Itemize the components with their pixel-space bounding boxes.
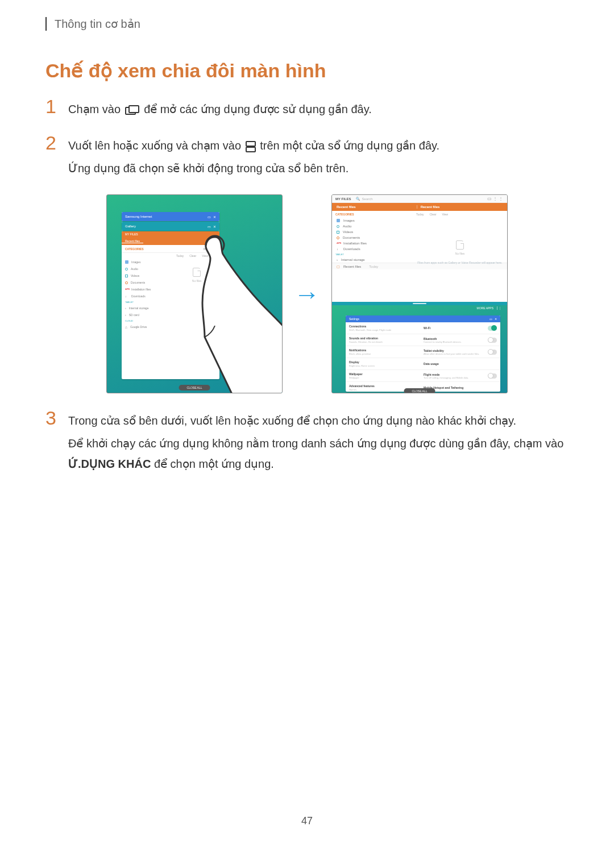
- setting-right-sub: Connect to nearby Bluetooth devices.: [424, 340, 488, 343]
- search-placeholder: Search: [362, 197, 487, 201]
- gdrive: Google Drive: [130, 325, 147, 329]
- settings-row: NotificationsBlock, allow, prioritiseTab…: [346, 346, 500, 358]
- images-icon: [125, 260, 128, 264]
- setting-right-sub: Turn off calling, messaging, and Mobile …: [424, 376, 488, 379]
- step2-before: Vuốt lên hoặc xuống và chạm vào: [68, 139, 244, 152]
- categories-label: CATEGORIES: [335, 213, 416, 216]
- step2-line2: Ứng dụng đã chọn sẽ khởi động trong cửa …: [68, 158, 569, 178]
- step1-after: để mở các ứng dụng được sử dụng gần đây.: [144, 103, 372, 115]
- cat: Documents: [343, 236, 360, 239]
- more-apps-label: MORE APPS⋮: [477, 306, 501, 310]
- right-panel: No files Files from apps such as Gallery…: [416, 221, 504, 298]
- col: View: [442, 213, 448, 216]
- categories-label: CATEGORIES: [122, 247, 172, 251]
- split-screen-icon: [246, 141, 256, 152]
- device-left: Samsung Internet▭✕ Gallery▭✕ MY FILES Re…: [106, 194, 283, 393]
- settings-card: Settings▭✕ ConnectionsWi-Fi, Bluetooth, …: [346, 315, 500, 392]
- close-all-button: CLOSE ALL: [404, 388, 435, 393]
- no-files-label: No files: [176, 279, 217, 283]
- apk-icon: APK: [337, 242, 340, 245]
- audio-icon: [125, 268, 128, 271]
- no-files-hint: Files from apps such as Gallery or Voice…: [416, 261, 504, 264]
- myfiles-title: MY FILES: [335, 197, 351, 201]
- step2-after: trên một cửa sổ ứng dụng gần đây.: [260, 139, 439, 152]
- recentfiles-head: Recent files: [172, 247, 219, 251]
- recent-app-card: Gallery▭✕: [122, 222, 219, 231]
- tab-recent-right: Recent files: [417, 205, 507, 209]
- app-title: Gallery: [125, 225, 136, 228]
- cat: Audio: [343, 225, 351, 228]
- setting-left-sub: Block, allow, prioritise: [349, 352, 417, 355]
- myfiles-topbar: MY FILES: [125, 232, 138, 236]
- step-3: 3 Trong cửa sổ bên dưới, vuốt lên hoặc x…: [45, 410, 569, 474]
- more-icon: ⋮: [492, 196, 498, 201]
- step-2: 2 Vuốt lên hoặc xuống và chạm vào trên m…: [45, 135, 569, 178]
- folder-icon: ▢: [337, 264, 340, 268]
- settings-row: WallpaperWallpaperFlight modeTurn off ca…: [346, 370, 500, 382]
- file-icon: [456, 240, 464, 250]
- setting-left-sub: Wi-Fi, Bluetooth, Data usage, Flight mod…: [349, 329, 417, 331]
- arrow-icon: ›: [125, 313, 126, 317]
- recent-apps-icon: [125, 105, 140, 115]
- settings-row: ConnectionsWi-Fi, Bluetooth, Data usage,…: [346, 322, 500, 334]
- step-number: 3: [45, 408, 68, 427]
- setting-left-title: Sounds and vibration: [349, 337, 417, 340]
- toggle: [488, 373, 497, 379]
- col: Clear: [429, 213, 436, 216]
- no-files-label: No files: [416, 252, 504, 255]
- tab-recent: Recent files: [122, 239, 143, 243]
- page-number: 47: [45, 815, 569, 827]
- split-top-pane: MY FILES 🔍 Search ▭ ⋮ ⋮ Recent files Rec…: [332, 195, 507, 302]
- recent-app-card-myfiles: MY FILES Recent files CATEGORIES Recent …: [122, 231, 219, 379]
- setting-left-title: Notifications: [349, 348, 417, 352]
- cat-install: Installation files: [131, 288, 151, 291]
- setting-right-sub: Allow other devices to find your tablet …: [424, 352, 488, 355]
- audio-icon: [337, 225, 339, 228]
- step-text: Trong cửa sổ bên dưới, vuốt lên hoặc xuố…: [68, 410, 569, 474]
- step-text: Chạm vào để mở các ứng dụng được sử dụng…: [68, 99, 569, 119]
- download-icon: ↓: [125, 294, 128, 298]
- settings-title: Settings: [349, 317, 359, 321]
- search-icon: 🔍: [356, 197, 360, 201]
- cat-audio: Audio: [131, 267, 138, 271]
- cat-download: Downloads: [131, 294, 146, 298]
- cat: Images: [343, 219, 355, 222]
- cat: Videos: [343, 230, 353, 234]
- internal-storage: Internal storage: [129, 306, 149, 310]
- documents-icon: [125, 281, 128, 284]
- setting-left-title: Display: [349, 360, 417, 364]
- cat-docs: Documents: [131, 281, 145, 284]
- step-number: 2: [45, 133, 68, 152]
- step1-before: Chạm vào: [68, 103, 124, 115]
- instruction-figure: Samsung Internet▭✕ Gallery▭✕ MY FILES Re…: [45, 194, 569, 393]
- setting-right-title: Data usage: [424, 362, 497, 366]
- video-icon: [337, 231, 339, 234]
- sd-card: SD card: [129, 313, 139, 317]
- cat: Installation files: [343, 242, 367, 245]
- cat-images: Images: [131, 260, 140, 264]
- setting-left-title: Advanced features: [349, 384, 417, 388]
- tab-recent: Recent files: [332, 205, 417, 209]
- settings-row: Sounds and vibrationSounds, Vibration, D…: [346, 334, 500, 346]
- device-right: MY FILES 🔍 Search ▭ ⋮ ⋮ Recent files Rec…: [331, 194, 508, 393]
- step-text: Vuốt lên hoặc xuống và chạm vào trên một…: [68, 135, 569, 178]
- svg-rect-2: [246, 142, 255, 146]
- more-icon: ⋮: [498, 196, 504, 201]
- setting-left-sub: Brightness, Home screen: [349, 364, 417, 367]
- file-icon: [193, 268, 201, 277]
- apk-icon: APK: [125, 288, 128, 291]
- section-header: Thông tin cơ bản: [55, 17, 569, 31]
- app-title: Samsung Internet: [125, 215, 152, 218]
- arrow-icon: →: [294, 279, 320, 309]
- page-title: Chế độ xem chia đôi màn hình: [45, 59, 569, 82]
- documents-icon: [337, 236, 339, 239]
- recent-app-card: Samsung Internet▭✕: [122, 212, 219, 221]
- col: Today: [416, 213, 424, 216]
- step3-bold: Ứ.DỤNG KHÁC: [68, 458, 151, 470]
- arrow-icon: ›: [125, 306, 126, 310]
- svg-rect-1: [129, 106, 139, 113]
- right-panel: No files: [176, 253, 217, 375]
- setting-left-title: Wallpaper: [349, 372, 417, 376]
- step-1: 1 Chạm vào để mở các ứng dụng được sử dụ…: [45, 99, 569, 119]
- step3-line1: Trong cửa sổ bên dưới, vuốt lên hoặc xuố…: [68, 414, 516, 427]
